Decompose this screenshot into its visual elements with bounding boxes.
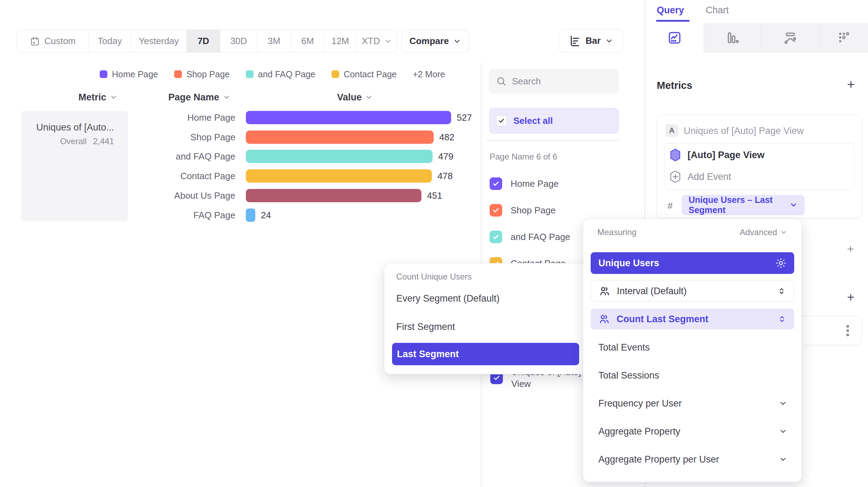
bar-and-faq-page[interactable] [246, 150, 433, 163]
date-range-30d[interactable]: 30D [220, 30, 257, 52]
checkbox-checked-icon[interactable] [490, 231, 502, 243]
bar-row-label: Home Page [130, 111, 235, 124]
measuring-title: Measuring [597, 227, 636, 237]
event-name: [Auto] Page View [688, 150, 764, 161]
legend-item[interactable]: Shop Page [174, 69, 230, 79]
legend-item[interactable]: Contact Page [332, 69, 397, 79]
add-event-row[interactable]: Add Event [669, 169, 731, 185]
chevron-down-icon [223, 93, 230, 101]
add-event-hexagon-plus-icon [669, 170, 681, 183]
unfold-more-icon [777, 287, 786, 296]
kebab-menu-icon[interactable] [843, 323, 852, 338]
chart-type-label: Bar [585, 35, 600, 46]
measuring-interval-row[interactable]: Interval (Default) [591, 281, 794, 302]
measuring-total-sessions[interactable]: Total Sessions [598, 368, 659, 382]
bar-row-label: FAQ Page [130, 209, 235, 222]
select-all-row[interactable]: Select all [489, 108, 619, 134]
option-every-segment[interactable]: Every Segment (Default) [396, 292, 500, 305]
bar-value: 24 [261, 210, 271, 221]
measuring-aggregate-property-per-user[interactable]: Aggregate Property per User [598, 452, 787, 466]
flows-icon [783, 30, 797, 45]
bar-row-label: About Us Page [130, 189, 235, 202]
tab-query[interactable]: Query [657, 5, 684, 16]
report-type-insights-tab-active[interactable] [645, 23, 704, 52]
chevron-down-icon [789, 201, 798, 209]
measuring-total-events[interactable]: Total Events [598, 340, 650, 354]
legend-swatch [246, 70, 254, 78]
horizontal-bar-chart-icon [569, 35, 581, 47]
bar-value: 451 [427, 190, 442, 201]
compare-button[interactable]: Compare [401, 30, 469, 52]
chevron-down-icon [365, 93, 373, 101]
bar-contact-page[interactable] [246, 169, 432, 183]
bar-home-page[interactable] [246, 111, 451, 124]
select-all-checkbox[interactable] [496, 115, 507, 126]
legend-item[interactable]: and FAQ Page [246, 69, 315, 79]
measuring-unique-users-selected[interactable]: Unique Users [591, 252, 794, 274]
date-range-custom-button[interactable]: Custom [17, 30, 89, 52]
segment-row-home-page[interactable]: Home Page [490, 177, 558, 191]
segment-group-label: Page Name 6 of 6 [490, 152, 557, 162]
calendar-icon [30, 36, 40, 47]
date-range-3m[interactable]: 3M [257, 30, 291, 52]
bar-about-us-page[interactable] [246, 189, 421, 202]
tab-chart[interactable]: Chart [706, 5, 729, 16]
option-last-segment-selected[interactable]: Last Segment [392, 343, 579, 365]
measuring-aggregate-property[interactable]: Aggregate Property [598, 424, 787, 438]
chevron-down-icon [384, 37, 392, 45]
metric-summary-card[interactable]: Uniques of [Auto... Overall 2,441 [21, 111, 128, 221]
people-icon [598, 313, 610, 325]
advanced-dropdown[interactable]: Advanced [740, 227, 788, 237]
add-filter-button[interactable]: + [847, 243, 854, 255]
unfold-more-icon [777, 315, 787, 324]
count-popover-title: Count Unique Users [396, 272, 472, 282]
divider [486, 140, 619, 141]
aggregation-pill-label: Unique Users – Last Segment [689, 195, 785, 215]
bar-shop-page[interactable] [246, 130, 434, 144]
date-range-12m[interactable]: 12M [325, 30, 356, 52]
report-type-flows-tab[interactable] [761, 23, 819, 52]
bar-row: Shop Page 482 [0, 130, 476, 144]
date-range-today[interactable]: Today [89, 30, 131, 52]
retention-dots-icon [837, 30, 851, 45]
search-input[interactable] [511, 76, 607, 87]
chart-type-dropdown[interactable]: Bar [559, 29, 623, 52]
report-type-tabbar [645, 23, 868, 52]
segment-search-box[interactable] [489, 69, 619, 93]
measuring-frequency-per-user[interactable]: Frequency per User [598, 396, 787, 410]
column-header-value[interactable]: Value [290, 92, 420, 103]
add-metric-button[interactable]: + [847, 78, 855, 91]
tab-query-underline [656, 20, 690, 22]
date-range-6m[interactable]: 6M [291, 30, 325, 52]
chevron-down-icon [453, 37, 461, 45]
event-row[interactable]: [Auto] Page View [669, 147, 764, 163]
date-range-xtd[interactable]: XTD [356, 30, 397, 52]
option-first-segment[interactable]: First Segment [396, 320, 455, 333]
segment-row-shop-page[interactable]: Shop Page [490, 203, 556, 217]
date-range-7d-active[interactable]: 7D [187, 30, 220, 52]
select-all-label: Select all [513, 115, 553, 126]
date-range-custom-label: Custom [44, 36, 76, 47]
measuring-count-last-segment-row[interactable]: Count Last Segment [591, 309, 794, 330]
metric-card-title[interactable]: Uniques of [Auto] Page View [684, 126, 804, 136]
measuring-popover: Measuring Advanced Unique Users [583, 219, 802, 482]
report-type-retention-tab[interactable] [819, 23, 868, 52]
date-range-yesterday[interactable]: Yesterday [131, 30, 187, 52]
segment-row-and-faq-page[interactable]: and FAQ Page [490, 230, 570, 244]
legend-more[interactable]: +2 More [413, 69, 445, 79]
bar-value: 479 [438, 151, 453, 162]
add-breakdown-button[interactable]: + [847, 291, 854, 304]
metrics-heading: Metrics [657, 80, 692, 91]
legend-item[interactable]: Home Page [100, 69, 158, 79]
search-icon [496, 76, 506, 86]
gear-icon[interactable] [775, 257, 787, 269]
chevron-down-icon [779, 399, 787, 408]
report-type-funnels-tab[interactable] [704, 23, 761, 52]
bar-faq-page[interactable] [246, 209, 255, 222]
bar-value: 478 [437, 171, 453, 182]
column-header-page-name[interactable]: Page Name [133, 92, 266, 103]
aggregation-pill[interactable]: Unique Users – Last Segment [682, 195, 805, 215]
checkbox-checked-icon[interactable] [490, 177, 502, 190]
metric-badge-a: A [666, 124, 678, 137]
checkbox-checked-icon[interactable] [490, 204, 502, 217]
